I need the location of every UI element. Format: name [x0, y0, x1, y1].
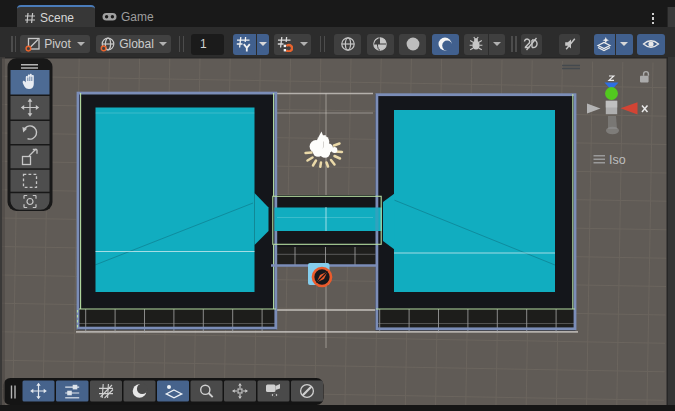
svg-text:Iso: Iso: [609, 153, 626, 167]
